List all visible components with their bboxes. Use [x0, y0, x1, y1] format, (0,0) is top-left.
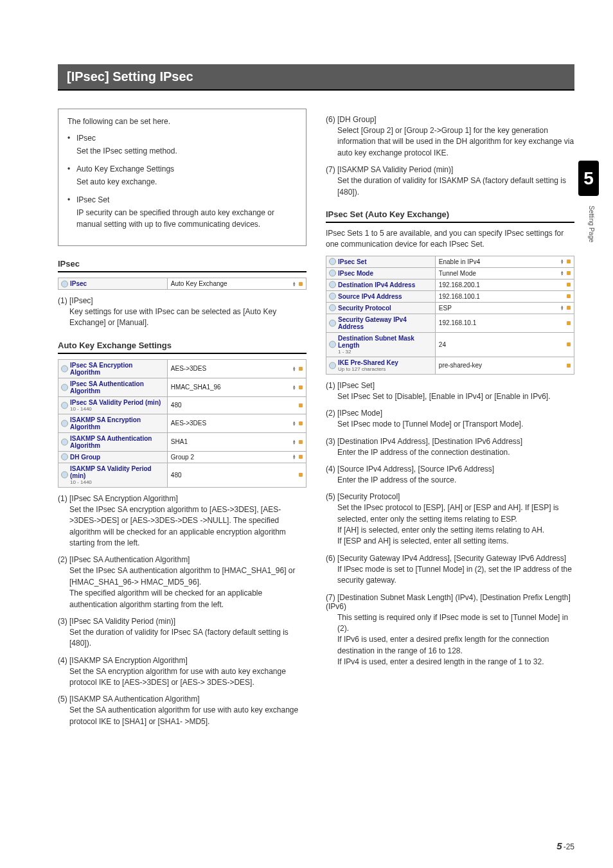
status-dot-icon	[567, 260, 571, 263]
intro-item: IPsecSet the IPsec setting method.	[67, 132, 297, 157]
status-dot-icon	[299, 421, 303, 425]
dropdown-arrows-icon: ▴▾	[293, 366, 296, 371]
dropdown-arrows-icon: ▴▾	[293, 421, 296, 426]
right-column: (6) [DH Group]Select [Group 2] or [Group…	[326, 109, 574, 842]
ipsec-set-intro: IPsec Sets 1 to 5 are available, and you…	[326, 228, 574, 251]
param-body: This setting is required only if IPsec m…	[326, 612, 574, 668]
status-dot-icon	[567, 283, 571, 287]
chapter-tab: 5	[578, 161, 599, 196]
parameter: (5) [Security Protocol]Set the IPsec pro…	[326, 492, 574, 547]
setting-value[interactable]: Enable in IPv4▴▾	[435, 256, 574, 267]
table-row: IPsec SA Authentication AlgorithmHMAC_SH…	[58, 378, 306, 396]
param-body: If IPsec mode is set to [Tunnel Mode] in…	[326, 564, 574, 587]
param-num: (1)	[58, 494, 67, 503]
setting-label: IKE Pre-Shared KeyUp to 127 characters	[326, 357, 436, 374]
param-name: [ISAKMP SA Validity Period (min)]	[337, 165, 453, 174]
status-dot-icon	[567, 271, 571, 275]
param-num: (6)	[326, 115, 335, 124]
chapter-side-label: Setting Page	[588, 206, 595, 242]
param-name: [Security Gateway IPv4 Address], [Securi…	[337, 554, 566, 563]
parameter: (2) [IPsec SA Authentication Algorithm]S…	[58, 555, 306, 610]
setting-value[interactable]: 192.168.200.1	[435, 279, 574, 290]
parameter: (3) [Destination IPv4 Address], [Destina…	[326, 437, 574, 458]
parameter: (1) [IPsec Set]Set IPsec Set to [Disable…	[326, 381, 574, 402]
section-ake: Auto Key Exchange Settings	[58, 341, 306, 354]
table-row: IPsec SA Validity Period (min)10 - 14404…	[58, 396, 306, 414]
ipsec-set-table: IPsec SetEnable in IPv4▴▾IPsec ModeTunne…	[326, 256, 574, 375]
setting-label: IPsec Mode	[326, 267, 436, 279]
param-body: Key settings for use with IPsec can be s…	[58, 306, 306, 329]
setting-label: ISAKMP SA Encryption Algorithm	[58, 414, 168, 432]
param-name: [Source IPv4 Address], [Source IPv6 Addr…	[337, 465, 494, 474]
param-name: [Destination IPv4 Address], [Destination…	[337, 437, 522, 446]
table-row: IPsec SA Encryption AlgorithmAES->3DES▴▾	[58, 359, 306, 378]
section-ipsec-set: IPsec Set (Auto Key Exchange)	[326, 209, 574, 223]
parameter: (4) [ISAKMP SA Encryption Algorithm]Set …	[58, 656, 306, 689]
left-column: The following can be set here. IPsecSet …	[58, 109, 306, 842]
setting-value[interactable]: Group 2▴▾	[167, 451, 306, 463]
table-row: IPsecAuto Key Exchange▴▾	[58, 278, 306, 290]
setting-value[interactable]: 192.168.100.1	[435, 290, 574, 302]
setting-label: ISAKMP SA Authentication Algorithm	[58, 432, 168, 451]
param-body: Set the IPsec SA authentication algorith…	[58, 565, 306, 610]
status-dot-icon	[567, 321, 571, 325]
setting-value[interactable]: 480	[167, 463, 306, 487]
param-name: [Security Protocol]	[337, 492, 400, 501]
setting-value[interactable]: 24	[435, 332, 574, 357]
table-row: Destination IPv4 Address192.168.200.1	[326, 279, 574, 290]
table-row: Source IPv4 Address192.168.100.1	[326, 290, 574, 302]
setting-label: IPsec	[58, 278, 168, 290]
status-dot-icon	[567, 306, 571, 310]
param-num: (4)	[58, 656, 67, 665]
param-ipsec: (1) [IPsec] Key settings for use with IP…	[58, 296, 306, 329]
table-row: DH GroupGroup 2▴▾	[58, 451, 306, 463]
footer-page: 25	[566, 842, 574, 851]
param-body: Set the IPsec SA encryption algorithm to…	[58, 504, 306, 549]
status-dot-icon	[567, 294, 571, 298]
setting-label: Security Gateway IPv4 Address	[326, 314, 436, 332]
intro-item-desc: IP security can be specified through aut…	[76, 207, 297, 230]
setting-value[interactable]: AES->3DES▴▾	[167, 414, 306, 432]
param-name: [IPsec SA Validity Period (min)]	[69, 617, 175, 626]
table-row: IKE Pre-Shared KeyUp to 127 characterspr…	[326, 357, 574, 374]
setting-value[interactable]: Auto Key Exchange▴▾	[167, 278, 306, 290]
setting-value[interactable]: HMAC_SHA1_96▴▾	[167, 378, 306, 396]
setting-label: IPsec SA Encryption Algorithm	[58, 359, 168, 378]
setting-value[interactable]: ESP▴▾	[435, 302, 574, 314]
intro-box: The following can be set here. IPsecSet …	[58, 109, 306, 246]
setting-label: DH Group	[58, 451, 168, 463]
status-dot-icon	[299, 455, 303, 459]
setting-value[interactable]: 192.168.10.1	[435, 314, 574, 332]
param-name: [Destination Subnet Mask Length] (IPv4),…	[326, 593, 571, 611]
param-body: Set the SA authentication algorithm for …	[58, 705, 306, 727]
setting-label: IPsec Set	[326, 256, 436, 267]
dropdown-arrows-icon: ▴▾	[293, 281, 296, 287]
setting-value[interactable]: SHA1▴▾	[167, 432, 306, 451]
section-ipsec: IPsec	[58, 259, 306, 272]
setting-label: Security Protocol	[326, 302, 436, 314]
param-num: (4)	[326, 465, 335, 474]
status-dot-icon	[299, 385, 303, 389]
table-row: ISAKMP SA Encryption AlgorithmAES->3DES▴…	[58, 414, 306, 432]
table-row: ISAKMP SA Validity Period (min)10 - 1440…	[58, 463, 306, 487]
parameter: (5) [ISAKMP SA Authentication Algorithm]…	[58, 695, 306, 727]
param-name: [ISAKMP SA Authentication Algorithm]	[69, 695, 200, 704]
dropdown-arrows-icon: ▴▾	[561, 270, 564, 276]
setting-value[interactable]: AES->3DES▴▾	[167, 359, 306, 378]
setting-value[interactable]: 480	[167, 396, 306, 414]
param-body: Set IPsec mode to [Tunnel Mode] or [Tran…	[326, 419, 574, 430]
intro-item: Auto Key Exchange SettingsSet auto key e…	[67, 163, 297, 188]
setting-value[interactable]: Tunnel Mode▴▾	[435, 267, 574, 279]
status-dot-icon	[299, 282, 303, 286]
param-name: [ISAKMP SA Encryption Algorithm]	[69, 656, 188, 665]
param-num: (2)	[326, 409, 335, 418]
dropdown-arrows-icon: ▴▾	[293, 454, 296, 459]
table-row: IPsec SetEnable in IPv4▴▾	[326, 256, 574, 267]
status-dot-icon	[299, 440, 303, 444]
setting-label: IPsec SA Validity Period (min)10 - 1440	[58, 396, 168, 414]
setting-value[interactable]: pre-shared-key	[435, 357, 574, 374]
table-row: ISAKMP SA Authentication AlgorithmSHA1▴▾	[58, 432, 306, 451]
param-name: [IPsec Set]	[337, 381, 375, 390]
param-num: (1)	[326, 381, 335, 390]
status-dot-icon	[299, 367, 303, 371]
